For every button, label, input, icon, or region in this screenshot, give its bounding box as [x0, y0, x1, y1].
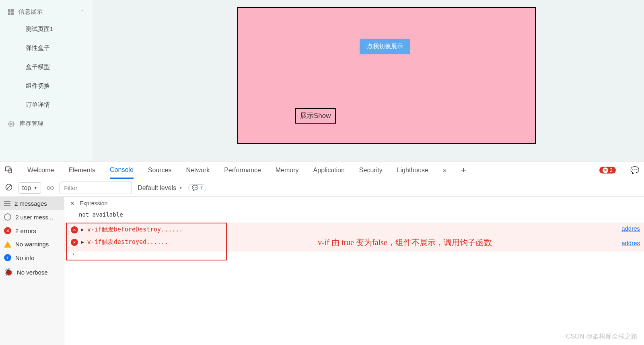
message-indicator-icon[interactable]: 💬	[630, 166, 639, 175]
sidebar-item-component[interactable]: 组件切换	[0, 76, 93, 95]
clear-console-icon[interactable]	[5, 183, 13, 193]
source-link[interactable]: addres	[621, 225, 640, 232]
annotation-text: v-if 由 true 变为false，组件不展示，调用钩子函数	[318, 237, 492, 248]
application-area: 信息展示 ⌃ 测试页面1 弹性盒子 盒子模型 组件切换 订单详情 库存管理 点我…	[0, 0, 644, 161]
sidebar-group-info[interactable]: 信息展示 ⌃	[0, 4, 93, 20]
levels-selector[interactable]: Default levels ▼	[138, 184, 183, 192]
sidebar-group-label: 信息展示	[19, 8, 43, 16]
tab-network[interactable]: Network	[186, 163, 210, 178]
demo-container: 点我切换展示 展示Show	[237, 7, 536, 144]
tab-performance[interactable]: Performance	[224, 163, 261, 178]
side-user[interactable]: 2 user mess...	[0, 210, 64, 224]
svg-line-4	[7, 185, 11, 189]
source-link[interactable]: addres	[621, 240, 640, 246]
filter-input[interactable]	[60, 182, 132, 194]
sidebar-item-order[interactable]: 订单详情	[0, 95, 93, 114]
sidebar-item-test1[interactable]: 测试页面1	[0, 20, 93, 39]
tab-welcome[interactable]: Welcome	[27, 163, 54, 178]
log-row[interactable]: ✕▶v-if触发destroyed......	[67, 236, 226, 248]
side-warnings[interactable]: No warnings	[0, 238, 64, 251]
side-messages[interactable]: 2 messages	[0, 197, 64, 210]
expand-icon[interactable]: ▶	[81, 240, 84, 245]
live-expression-icon[interactable]	[47, 186, 54, 190]
warning-icon	[4, 241, 11, 248]
devtools-tab-bar: Welcome Elements Console Sources Network…	[0, 161, 644, 179]
tab-lighthouse[interactable]: Lighthouse	[397, 163, 428, 178]
side-verbose[interactable]: 🐞No verbose	[0, 264, 64, 280]
tab-console[interactable]: Console	[110, 162, 134, 179]
expression-row[interactable]: ✕Expression	[64, 197, 644, 210]
error-icon: ✕	[71, 239, 78, 246]
tab-application[interactable]: Application	[313, 163, 345, 178]
sidebar: 信息展示 ⌃ 测试页面1 弹性盒子 盒子模型 组件切换 订单详情 库存管理	[0, 0, 93, 161]
console-prompt[interactable]: ›	[67, 248, 226, 260]
sidebar-item-flexbox[interactable]: 弹性盒子	[0, 39, 93, 58]
tab-memory[interactable]: Memory	[276, 163, 299, 178]
console-output: ✕Expression not available ✕▶v-if触发before…	[64, 197, 644, 345]
info-icon: i	[4, 254, 11, 261]
error-icon: ✕	[71, 226, 78, 233]
close-expression-icon[interactable]: ✕	[70, 200, 75, 207]
tab-security[interactable]: Security	[359, 163, 383, 178]
sidebar-manage-label: 库存管理	[19, 120, 43, 128]
tab-elements[interactable]: Elements	[68, 163, 95, 178]
context-selector[interactable]: top ▼	[19, 182, 41, 194]
bug-icon: 🐞	[4, 268, 13, 277]
tab-sources[interactable]: Sources	[148, 163, 172, 178]
show-label-box: 展示Show	[295, 108, 336, 124]
error-icon: ✕	[4, 227, 11, 234]
expand-icon[interactable]: ▶	[81, 227, 84, 232]
device-toggle-icon[interactable]	[5, 165, 13, 175]
grid-icon	[8, 9, 14, 15]
side-info[interactable]: iNo info	[0, 251, 64, 264]
toggle-display-button[interactable]: 点我切换展示	[360, 39, 410, 54]
error-badge[interactable]: ✕2	[599, 167, 616, 174]
sidebar-item-inventory[interactable]: 库存管理	[0, 114, 93, 133]
watermark: CSDN @架构师全栈之路	[566, 333, 638, 341]
messages-icon	[4, 201, 10, 206]
console-filter-bar: top ▼ Default levels ▼ 💬7	[0, 179, 644, 197]
expression-value: not available	[64, 210, 644, 222]
side-errors[interactable]: ✕2 errors	[0, 224, 64, 238]
console-sidebar: 2 messages 2 user mess... ✕2 errors No w…	[0, 197, 64, 345]
issues-badge[interactable]: 💬7	[188, 184, 206, 191]
chevron-up-icon: ⌃	[80, 9, 84, 15]
user-icon	[4, 213, 11, 221]
more-tabs-icon[interactable]: »	[443, 167, 446, 174]
highlighted-logs: ✕▶v-if触发beforeDestroy...... ✕▶v-if触发dest…	[66, 223, 227, 260]
sidebar-item-boxmodel[interactable]: 盒子模型	[0, 58, 93, 76]
log-row[interactable]: ✕▶v-if触发beforeDestroy......	[67, 223, 226, 236]
console-body: 2 messages 2 user mess... ✕2 errors No w…	[0, 197, 644, 345]
add-tab-icon[interactable]: +	[461, 165, 466, 176]
svg-point-0	[10, 123, 12, 125]
devtools-panel: Welcome Elements Console Sources Network…	[0, 161, 644, 345]
gear-icon	[8, 121, 14, 127]
main-content: 点我切换展示 展示Show	[93, 0, 644, 161]
